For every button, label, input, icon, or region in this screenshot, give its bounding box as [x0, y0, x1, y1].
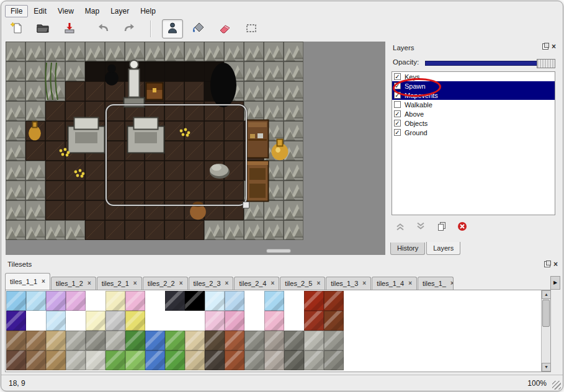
- tab-close-icon[interactable]: ×: [42, 278, 45, 285]
- layer-checkbox[interactable]: ✓: [394, 110, 401, 117]
- tab-tiles-1-x[interactable]: tiles_1_×: [418, 277, 454, 290]
- tab-scroll-right-button[interactable]: ▶: [550, 276, 560, 290]
- spawn-tool-button[interactable]: [162, 19, 183, 38]
- tab-close-icon[interactable]: ×: [316, 280, 320, 287]
- layer-checkbox[interactable]: ✓: [394, 120, 401, 127]
- toolbar: [6, 19, 264, 40]
- tab-close-icon[interactable]: ×: [362, 280, 366, 287]
- map-canvas[interactable]: [6, 42, 303, 240]
- undo-button[interactable]: [92, 19, 114, 38]
- float-panel-icon[interactable]: [542, 43, 548, 50]
- chevron-up-double-icon: [395, 221, 405, 233]
- scroll-thumb[interactable]: [542, 300, 550, 327]
- undo-icon: [96, 21, 110, 37]
- toolbar-separator: [150, 20, 151, 37]
- layer-row-ground[interactable]: ✓Ground: [392, 128, 555, 137]
- layer-row-mapevents[interactable]: ✓Mapevents: [392, 91, 555, 100]
- layer-row-objects[interactable]: ✓Objects: [392, 118, 555, 128]
- layer-row-walkable[interactable]: Walkable: [392, 100, 555, 109]
- layer-delete-button[interactable]: [455, 220, 470, 234]
- close-panel-icon[interactable]: ×: [553, 261, 558, 267]
- tab-tiles-2-4[interactable]: tiles_2_4×: [234, 277, 279, 290]
- paint-bucket-icon: [192, 21, 205, 37]
- tab-tiles-2-5[interactable]: tiles_2_5×: [280, 277, 325, 290]
- menu-edit[interactable]: Edit: [28, 5, 52, 17]
- zoom-level: 100%: [527, 379, 547, 388]
- layer-row-above[interactable]: ✓Above: [392, 109, 555, 118]
- tileset-vscrollbar: ▲ ▼: [541, 290, 550, 372]
- tab-tiles-1-1[interactable]: tiles_1_1×: [5, 273, 50, 290]
- layer-checkbox[interactable]: ✓: [394, 73, 401, 80]
- tab-tiles-2-2[interactable]: tiles_2_2×: [143, 277, 188, 290]
- map-canvas-area: [6, 42, 385, 255]
- layer-row-spawn[interactable]: ✓Spawn: [392, 81, 555, 91]
- save-button[interactable]: [59, 19, 80, 38]
- copy-icon: [437, 221, 447, 233]
- menu-view[interactable]: View: [52, 5, 79, 17]
- eraser-tool-button[interactable]: [215, 19, 236, 38]
- tab-close-icon[interactable]: ×: [225, 280, 229, 287]
- tab-close-icon[interactable]: ×: [87, 280, 91, 287]
- tab-tiles-1-4[interactable]: tiles_1_4×: [372, 277, 417, 290]
- layer-copy-button[interactable]: [434, 220, 449, 234]
- tab-tiles-2-1[interactable]: tiles_2_1×: [97, 277, 142, 290]
- tileset-content: ▲ ▼: [5, 290, 551, 372]
- tab-layers[interactable]: Layers: [426, 242, 460, 255]
- menu-file[interactable]: File: [5, 5, 28, 17]
- delete-icon: [457, 221, 467, 233]
- save-icon: [63, 21, 76, 37]
- panel-bottom-tabs: HistoryLayers: [390, 242, 462, 256]
- layer-move-down-button[interactable]: [413, 220, 428, 234]
- opacity-slider-handle[interactable]: [537, 59, 555, 68]
- tab-tiles-1-2[interactable]: tiles_1_2×: [51, 277, 96, 290]
- layer-row-keys[interactable]: ✓Keys: [392, 72, 555, 81]
- redo-button[interactable]: [119, 19, 140, 38]
- layers-panel-title: Layers: [387, 43, 560, 53]
- scroll-up-button[interactable]: ▲: [542, 290, 551, 299]
- layer-checkbox[interactable]: ✓: [394, 82, 401, 89]
- tilesets-panel-title: Tilesets: [2, 259, 563, 269]
- fill-tool-button[interactable]: [188, 19, 209, 38]
- menubar: FileEditViewMapLayerHelp: [5, 5, 161, 19]
- scroll-down-button[interactable]: ▼: [542, 363, 551, 372]
- tileset-canvas[interactable]: [6, 291, 344, 370]
- tab-close-icon[interactable]: ×: [179, 280, 183, 287]
- tilesets-panel: Tilesets × tiles_1_1× tiles_1_2× tiles_2…: [2, 258, 563, 375]
- menu-map[interactable]: Map: [79, 5, 105, 17]
- float-panel-icon[interactable]: [544, 261, 550, 267]
- eraser-icon: [218, 21, 232, 37]
- tab-close-icon[interactable]: ×: [408, 280, 412, 287]
- person-icon: [166, 21, 179, 37]
- selection-rect-icon: [244, 21, 258, 37]
- tab-tiles-2-3[interactable]: tiles_2_3×: [189, 277, 234, 290]
- layer-toolbar: [393, 220, 473, 236]
- new-file-button[interactable]: [6, 19, 27, 38]
- opacity-label: Opacity:: [393, 58, 419, 66]
- cursor-coords: 18, 9: [9, 379, 25, 388]
- tab-close-icon[interactable]: ×: [271, 280, 275, 287]
- open-folder-icon: [36, 21, 50, 37]
- chevron-down-double-icon: [416, 221, 426, 233]
- layer-checkbox[interactable]: [394, 101, 401, 108]
- tab-close-icon[interactable]: ×: [450, 280, 454, 287]
- redo-icon: [123, 21, 137, 37]
- resize-grip[interactable]: [552, 381, 561, 390]
- app-window: FileEditViewMapLayerHelp: [1, 1, 563, 391]
- new-file-icon: [10, 21, 24, 37]
- statusbar: 18, 9 100%: [1, 375, 563, 391]
- tab-tiles-1-3[interactable]: tiles_1_3×: [326, 277, 371, 290]
- menu-help[interactable]: Help: [135, 5, 161, 17]
- tab-history[interactable]: History: [390, 243, 425, 255]
- tileset-tabbar: tiles_1_1× tiles_1_2× tiles_2_1× tiles_2…: [5, 273, 548, 290]
- layer-checkbox[interactable]: ✓: [394, 92, 401, 99]
- layers-panel: Layers × Opacity: ✓Keys ✓Spawn ✓Mapevent…: [387, 42, 560, 255]
- select-tool-button[interactable]: [241, 19, 262, 38]
- tab-close-icon[interactable]: ×: [133, 280, 137, 287]
- layer-checkbox[interactable]: ✓: [394, 129, 401, 136]
- opacity-slider[interactable]: [425, 61, 555, 66]
- open-file-button[interactable]: [32, 19, 53, 38]
- close-panel-icon[interactable]: ×: [552, 43, 556, 50]
- map-hscroll-thumb[interactable]: [266, 249, 291, 253]
- layer-move-up-button[interactable]: [393, 220, 408, 234]
- menu-layer[interactable]: Layer: [105, 5, 135, 17]
